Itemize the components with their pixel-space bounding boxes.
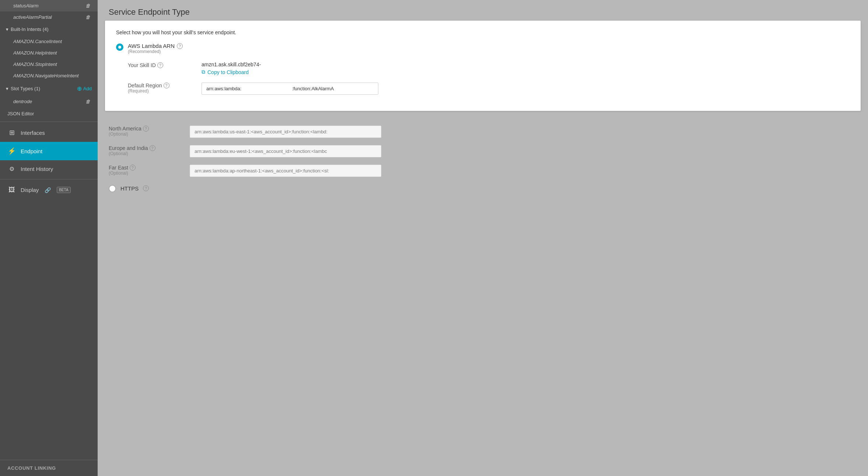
main-content: Service Endpoint Type Select how you wil… — [98, 0, 868, 476]
nav-label: Display — [21, 187, 39, 193]
lambda-subtitle: (Recommended) — [128, 49, 183, 54]
sidebar-item-statusAlarm[interactable]: statusAlarm 🗑 — [0, 0, 98, 11]
sidebar-divider-2 — [0, 179, 98, 179]
radio-selected[interactable] — [116, 43, 123, 51]
add-label: Add — [83, 86, 92, 91]
north-america-label-text: North America — [109, 126, 141, 132]
sidebar-item-cancelIntent[interactable]: AMAZON.CancelIntent — [0, 36, 98, 47]
link-icon: 🔗 — [45, 187, 51, 193]
sidebar: statusAlarm 🗑 activeAlarmPartial 🗑 ▾ Bui… — [0, 0, 98, 476]
lambda-title: AWS Lambda ARN ? — [128, 43, 183, 49]
beta-badge: BETA — [57, 187, 70, 193]
far-east-label-text: Far East — [109, 165, 128, 171]
europe-india-optional: (Optional) — [109, 151, 175, 156]
sidebar-nav-endpoint[interactable]: ⚡ Endpoint — [0, 142, 98, 160]
copy-icon: ⧉ — [202, 69, 205, 75]
sidebar-item-navigateHomeIntent[interactable]: AMAZON.NavigateHomeIntent — [0, 70, 98, 81]
skill-id-row: Your Skill ID ? amzn1.ask.skill.cbf2eb74… — [128, 62, 850, 75]
sidebar-nav-display[interactable]: 🖼 Display 🔗 BETA — [0, 181, 98, 199]
lambda-arn-option[interactable]: AWS Lambda ARN ? (Recommended) — [116, 43, 850, 54]
far-east-help-icon[interactable]: ? — [130, 165, 136, 171]
lambda-help-icon[interactable]: ? — [177, 43, 183, 49]
default-region-label-text: Default Region — [128, 83, 162, 88]
skill-id-label: Your Skill ID ? — [128, 62, 179, 68]
sidebar-item-dentrode[interactable]: dentrode 🗑 — [0, 96, 98, 107]
skill-id-section: Your Skill ID ? amzn1.ask.skill.cbf2eb74… — [128, 62, 850, 75]
trash-icon[interactable]: 🗑 — [85, 99, 90, 104]
copy-label: Copy to Clipboard — [207, 69, 249, 75]
far-east-label: Far East ? — [109, 165, 175, 171]
europe-india-label: Europe and India ? — [109, 145, 175, 151]
default-region-required: (Required) — [128, 88, 187, 94]
sidebar-item-activeAlarmPartial[interactable]: activeAlarmPartial 🗑 — [0, 11, 98, 23]
https-row[interactable]: HTTPS ? — [109, 184, 857, 192]
add-circle-icon: ⊕ — [77, 85, 82, 92]
europe-india-row: Europe and India ? (Optional) — [109, 145, 857, 157]
sidebar-nav-intentHistory[interactable]: ⚙ Intent History — [0, 160, 98, 178]
sidebar-item-helpIntent[interactable]: AMAZON.HelpIntent — [0, 47, 98, 59]
sliders-icon: ⚙ — [7, 165, 16, 172]
default-region-help-icon[interactable]: ? — [164, 83, 169, 88]
chevron-down-icon: ▾ — [6, 86, 8, 91]
card-description: Select how you will host your skill's se… — [116, 29, 850, 35]
europe-india-input[interactable] — [190, 145, 381, 157]
skill-id-value-group: amzn1.ask.skill.cbf2eb74- ⧉ Copy to Clip… — [202, 62, 261, 75]
skill-id-value: amzn1.ask.skill.cbf2eb74- — [202, 62, 261, 67]
europe-india-label-group: Europe and India ? (Optional) — [109, 145, 175, 156]
copy-to-clipboard-button[interactable]: ⧉ Copy to Clipboard — [202, 69, 261, 75]
sidebar-section-builtInIntents[interactable]: ▾ Built-In Intents (4) — [0, 23, 98, 36]
json-editor-label: JSON Editor — [7, 111, 34, 116]
endpoint-card: Select how you will host your skill's se… — [105, 21, 861, 111]
intent-label: AMAZON.NavigateHomeIntent — [13, 73, 79, 78]
trash-icon[interactable]: 🗑 — [85, 3, 90, 8]
sidebar-item-stopIntent[interactable]: AMAZON.StopIntent — [0, 59, 98, 70]
slot-label: dentrode — [13, 99, 32, 104]
north-america-label-group: North America ? (Optional) — [109, 126, 175, 137]
https-help-icon[interactable]: ? — [143, 185, 149, 191]
account-linking-label: ACCOUNT LINKING — [7, 465, 56, 471]
page-title: Service Endpoint Type — [98, 0, 868, 21]
north-america-input[interactable] — [190, 126, 381, 138]
sidebar-item-jsonEditor[interactable]: JSON Editor — [0, 107, 98, 120]
section-header-left: ▾ Built-In Intents (4) — [6, 27, 49, 32]
europe-india-label-text: Europe and India — [109, 145, 148, 151]
far-east-row: Far East ? (Optional) — [109, 165, 857, 177]
north-america-optional: (Optional) — [109, 132, 175, 137]
default-region-label: Default Region ? — [128, 83, 187, 88]
north-america-help-icon[interactable]: ? — [143, 126, 149, 132]
skill-id-label-text: Your Skill ID — [128, 62, 156, 68]
sidebar-item-label: activeAlarmPartial — [13, 14, 52, 20]
plug-icon: ⚡ — [7, 147, 16, 155]
north-america-label: North America ? — [109, 126, 175, 132]
skill-id-help-icon[interactable]: ? — [157, 62, 163, 68]
far-east-optional: (Optional) — [109, 171, 175, 176]
nav-label: Interfaces — [21, 130, 45, 136]
https-radio[interactable] — [109, 185, 116, 192]
https-label: HTTPS — [120, 185, 139, 192]
north-america-row: North America ? (Optional) — [109, 126, 857, 138]
intent-label: AMAZON.HelpIntent — [13, 50, 57, 56]
sidebar-item-label: statusAlarm — [13, 3, 39, 8]
europe-india-help-icon[interactable]: ? — [150, 145, 155, 151]
intent-label: AMAZON.StopIntent — [13, 62, 57, 67]
default-region-input[interactable] — [202, 83, 378, 95]
sidebar-divider — [0, 122, 98, 122]
grid-icon: ⊞ — [7, 129, 16, 137]
chevron-down-icon: ▾ — [6, 27, 8, 32]
section-header-left: ▾ Slot Types (1) — [6, 86, 40, 91]
lambda-label-group: AWS Lambda ARN ? (Recommended) — [128, 43, 183, 54]
intent-label: AMAZON.CancelIntent — [13, 39, 62, 44]
radio-inner — [118, 46, 121, 49]
trash-icon[interactable]: 🗑 — [85, 14, 90, 20]
default-region-label-group: Default Region ? (Required) — [128, 83, 187, 94]
default-region-row: Default Region ? (Required) — [128, 83, 850, 95]
section-label: Built-In Intents (4) — [11, 27, 49, 32]
sidebar-nav-interfaces[interactable]: ⊞ Interfaces — [0, 123, 98, 142]
account-linking-section[interactable]: ACCOUNT LINKING — [0, 460, 98, 476]
nav-label: Endpoint — [21, 148, 42, 154]
far-east-input[interactable] — [190, 165, 381, 177]
lambda-label: AWS Lambda ARN — [128, 43, 175, 49]
add-slot-type-button[interactable]: ⊕ Add — [77, 85, 92, 92]
sidebar-section-slotTypes[interactable]: ▾ Slot Types (1) ⊕ Add — [0, 81, 98, 96]
nav-label: Intent History — [21, 166, 53, 172]
